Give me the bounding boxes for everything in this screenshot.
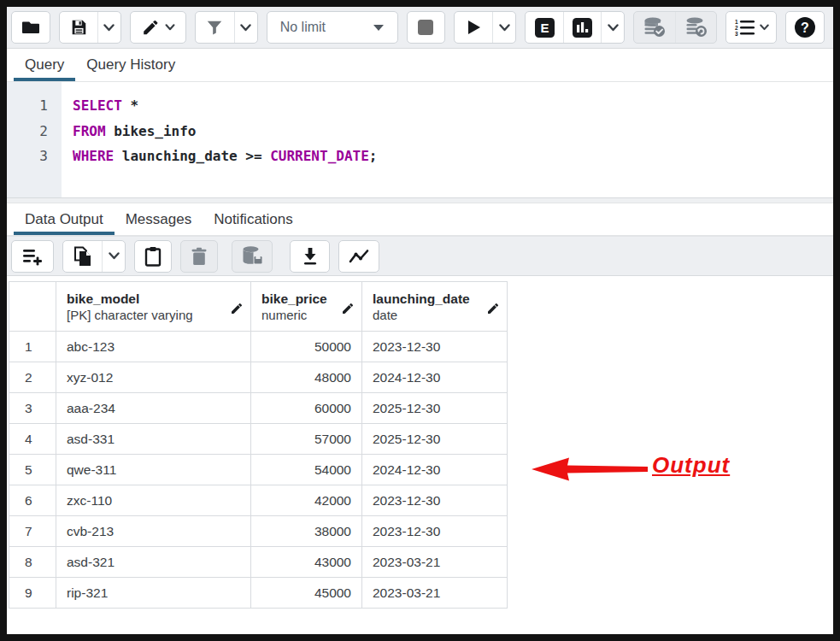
tab-messages-label: Messages <box>126 211 191 228</box>
copy-button[interactable] <box>63 241 102 272</box>
execute-button[interactable] <box>455 12 492 43</box>
table-cell[interactable]: 2025-12-30 <box>362 424 508 455</box>
tab-notifications-label: Notifications <box>214 211 293 228</box>
table-row: 5qwe-311540002024-12-30 <box>9 455 508 485</box>
table-cell[interactable]: asd-321 <box>56 547 251 578</box>
commit-button[interactable] <box>634 12 675 43</box>
graph-visualiser-button[interactable] <box>339 241 379 272</box>
row-number[interactable]: 7 <box>9 516 56 547</box>
row-number[interactable]: 4 <box>9 424 56 455</box>
table-cell[interactable]: asd-331 <box>56 424 251 455</box>
table-cell[interactable]: 2024-12-30 <box>362 362 508 393</box>
row-number[interactable]: 1 <box>9 332 56 362</box>
database-save-icon <box>241 245 263 267</box>
download-button[interactable] <box>291 241 329 272</box>
svg-text:2: 2 <box>735 25 738 31</box>
table-cell[interactable]: cvb-213 <box>56 516 251 547</box>
table-cell[interactable]: 2023-03-21 <box>362 547 508 578</box>
tab-data-output[interactable]: Data Output <box>14 203 115 235</box>
table-cell[interactable]: 2025-12-30 <box>362 393 508 424</box>
copy-dropdown-button[interactable] <box>102 241 125 272</box>
open-file-group <box>11 11 50 44</box>
line-number: 2 <box>7 119 62 144</box>
line-number: 3 <box>7 144 62 169</box>
edit-menu-group <box>130 11 186 44</box>
edit-menu-button[interactable] <box>131 12 185 43</box>
table-cell[interactable]: 42000 <box>251 485 362 516</box>
table-cell[interactable]: 43000 <box>251 547 362 578</box>
execute-group <box>454 11 516 44</box>
svg-text:E: E <box>540 21 549 35</box>
save-dropdown-button[interactable] <box>97 12 120 43</box>
table-row: 8asd-321430002023-03-21 <box>9 547 508 578</box>
rollback-button[interactable] <box>675 12 716 43</box>
filter-button[interactable] <box>196 12 234 43</box>
row-number[interactable]: 6 <box>9 485 56 516</box>
filter-group <box>195 11 258 44</box>
sql-line[interactable]: WHERE launching_date >= CURRENT_DATE; <box>73 144 377 169</box>
explain-group: E <box>525 11 625 44</box>
sql-editor[interactable]: 123 SELECT *FROM bikes_infoWHERE launchi… <box>7 82 833 198</box>
table-cell[interactable]: rip-321 <box>56 578 251 609</box>
table-cell[interactable]: 54000 <box>251 455 362 485</box>
table-cell[interactable]: 57000 <box>251 424 362 455</box>
table-cell[interactable]: 38000 <box>251 516 362 547</box>
tab-notifications[interactable]: Notifications <box>203 203 304 235</box>
explain-dropdown-button[interactable] <box>601 12 624 43</box>
play-icon <box>465 19 482 36</box>
save-data-button[interactable] <box>232 241 272 272</box>
table-cell[interactable]: 60000 <box>251 393 362 424</box>
row-number[interactable]: 2 <box>9 362 56 393</box>
sql-lines: SELECT *FROM bikes_infoWHERE launching_d… <box>62 82 377 197</box>
explain-button[interactable]: E <box>526 12 563 43</box>
column-header[interactable]: bike_pricenumeric <box>251 282 362 332</box>
column-type: numeric <box>261 307 327 323</box>
table-cell[interactable]: zxc-110 <box>56 485 251 516</box>
row-limit-select[interactable]: No limit <box>267 12 397 43</box>
execute-dropdown-button[interactable] <box>492 12 515 43</box>
table-cell[interactable]: xyz-012 <box>56 362 251 393</box>
table-cell[interactable]: abc-123 <box>56 332 251 362</box>
table-cell[interactable]: 2023-12-30 <box>362 485 508 516</box>
chevron-down-icon <box>499 24 510 32</box>
edit-column-icon <box>230 302 244 315</box>
sql-line[interactable]: FROM bikes_info <box>73 119 377 144</box>
table-cell[interactable]: 45000 <box>251 578 362 609</box>
macros-button[interactable]: 123 <box>726 12 776 43</box>
table-cell[interactable]: aaa-234 <box>56 393 251 424</box>
column-header[interactable]: bike_model[PK] character varying <box>56 282 251 332</box>
row-number[interactable]: 8 <box>9 547 56 578</box>
table-cell[interactable]: 2023-12-30 <box>362 516 508 547</box>
row-number[interactable]: 5 <box>9 455 56 485</box>
tab-query-history[interactable]: Query History <box>75 49 186 81</box>
column-header[interactable]: launching_datedate <box>362 282 508 332</box>
save-file-button[interactable] <box>60 12 97 43</box>
table-cell[interactable]: 48000 <box>251 362 362 393</box>
explain-analyze-button[interactable] <box>563 12 601 43</box>
row-number[interactable]: 3 <box>9 393 56 424</box>
row-number[interactable]: 9 <box>9 578 56 609</box>
table-cell[interactable]: 2024-12-30 <box>362 455 508 485</box>
table-cell[interactable]: 2023-03-21 <box>362 578 508 609</box>
open-file-button[interactable] <box>12 12 50 43</box>
grid-corner-cell[interactable] <box>9 282 56 332</box>
table-cell[interactable]: 2023-12-30 <box>362 332 508 362</box>
tab-query[interactable]: Query <box>14 49 75 81</box>
filter-dropdown-button[interactable] <box>234 12 257 43</box>
list-plus-icon <box>22 247 43 266</box>
paste-button[interactable] <box>135 241 171 272</box>
line-graph-icon <box>349 248 369 265</box>
add-row-button[interactable] <box>12 241 53 272</box>
line-number-gutter: 123 <box>7 82 62 197</box>
svg-text:1: 1 <box>735 19 738 25</box>
table-cell[interactable]: 50000 <box>251 332 362 362</box>
table-row: 3aaa-234600002025-12-30 <box>9 393 508 424</box>
tab-messages[interactable]: Messages <box>115 203 203 235</box>
sql-line[interactable]: SELECT * <box>73 93 377 119</box>
delete-button[interactable] <box>181 241 217 272</box>
cancel-query-button[interactable] <box>408 12 445 43</box>
download-icon <box>302 247 319 266</box>
table-cell[interactable]: qwe-311 <box>56 455 251 485</box>
help-button[interactable]: ? <box>786 12 824 43</box>
table-row: 6zxc-110420002023-12-30 <box>9 485 508 516</box>
